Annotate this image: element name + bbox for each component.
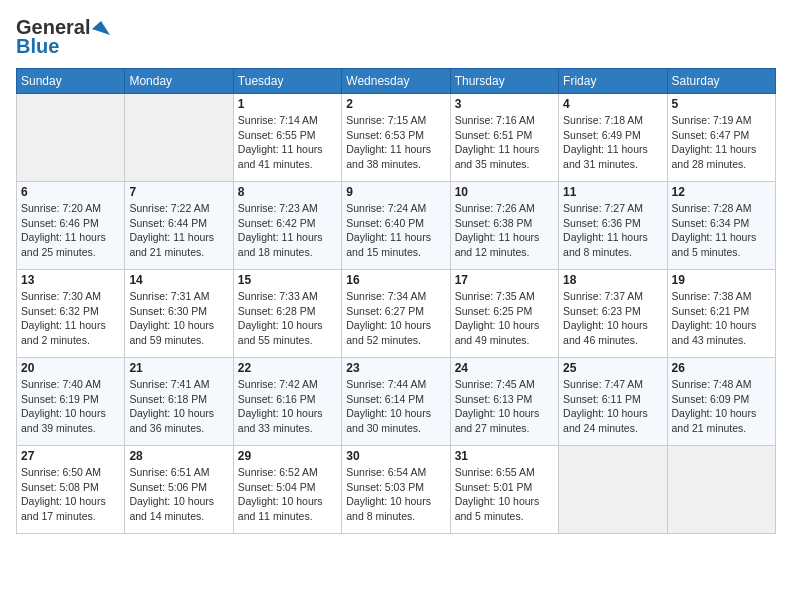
weekday-header-friday: Friday (559, 69, 667, 94)
calendar-day-8: 8Sunrise: 7:23 AM Sunset: 6:42 PM Daylig… (233, 182, 341, 270)
weekday-header-sunday: Sunday (17, 69, 125, 94)
calendar-week-row: 13Sunrise: 7:30 AM Sunset: 6:32 PM Dayli… (17, 270, 776, 358)
day-number: 19 (672, 273, 771, 287)
day-number: 2 (346, 97, 445, 111)
day-number: 15 (238, 273, 337, 287)
day-number: 6 (21, 185, 120, 199)
calendar-day-25: 25Sunrise: 7:47 AM Sunset: 6:11 PM Dayli… (559, 358, 667, 446)
calendar-day-26: 26Sunrise: 7:48 AM Sunset: 6:09 PM Dayli… (667, 358, 775, 446)
calendar-day-7: 7Sunrise: 7:22 AM Sunset: 6:44 PM Daylig… (125, 182, 233, 270)
day-number: 29 (238, 449, 337, 463)
day-info: Sunrise: 7:18 AM Sunset: 6:49 PM Dayligh… (563, 113, 662, 172)
day-number: 1 (238, 97, 337, 111)
calendar-day-23: 23Sunrise: 7:44 AM Sunset: 6:14 PM Dayli… (342, 358, 450, 446)
day-info: Sunrise: 7:34 AM Sunset: 6:27 PM Dayligh… (346, 289, 445, 348)
calendar-day-1: 1Sunrise: 7:14 AM Sunset: 6:55 PM Daylig… (233, 94, 341, 182)
day-number: 20 (21, 361, 120, 375)
day-info: Sunrise: 7:26 AM Sunset: 6:38 PM Dayligh… (455, 201, 554, 260)
calendar-day-18: 18Sunrise: 7:37 AM Sunset: 6:23 PM Dayli… (559, 270, 667, 358)
calendar-day-4: 4Sunrise: 7:18 AM Sunset: 6:49 PM Daylig… (559, 94, 667, 182)
day-number: 3 (455, 97, 554, 111)
calendar-day-27: 27Sunrise: 6:50 AM Sunset: 5:08 PM Dayli… (17, 446, 125, 534)
day-number: 26 (672, 361, 771, 375)
day-info: Sunrise: 7:28 AM Sunset: 6:34 PM Dayligh… (672, 201, 771, 260)
day-number: 30 (346, 449, 445, 463)
day-number: 18 (563, 273, 662, 287)
calendar-day-31: 31Sunrise: 6:55 AM Sunset: 5:01 PM Dayli… (450, 446, 558, 534)
day-info: Sunrise: 7:27 AM Sunset: 6:36 PM Dayligh… (563, 201, 662, 260)
calendar-day-17: 17Sunrise: 7:35 AM Sunset: 6:25 PM Dayli… (450, 270, 558, 358)
day-number: 12 (672, 185, 771, 199)
day-info: Sunrise: 7:38 AM Sunset: 6:21 PM Dayligh… (672, 289, 771, 348)
day-info: Sunrise: 7:20 AM Sunset: 6:46 PM Dayligh… (21, 201, 120, 260)
day-number: 4 (563, 97, 662, 111)
day-info: Sunrise: 7:47 AM Sunset: 6:11 PM Dayligh… (563, 377, 662, 436)
calendar-day-28: 28Sunrise: 6:51 AM Sunset: 5:06 PM Dayli… (125, 446, 233, 534)
calendar-empty-cell (17, 94, 125, 182)
calendar-day-30: 30Sunrise: 6:54 AM Sunset: 5:03 PM Dayli… (342, 446, 450, 534)
day-number: 28 (129, 449, 228, 463)
weekday-header-tuesday: Tuesday (233, 69, 341, 94)
weekday-header-thursday: Thursday (450, 69, 558, 94)
svg-marker-0 (92, 21, 110, 35)
calendar-day-3: 3Sunrise: 7:16 AM Sunset: 6:51 PM Daylig… (450, 94, 558, 182)
calendar-header-row: SundayMondayTuesdayWednesdayThursdayFrid… (17, 69, 776, 94)
day-info: Sunrise: 7:15 AM Sunset: 6:53 PM Dayligh… (346, 113, 445, 172)
day-number: 5 (672, 97, 771, 111)
day-info: Sunrise: 7:30 AM Sunset: 6:32 PM Dayligh… (21, 289, 120, 348)
day-info: Sunrise: 7:35 AM Sunset: 6:25 PM Dayligh… (455, 289, 554, 348)
day-info: Sunrise: 6:50 AM Sunset: 5:08 PM Dayligh… (21, 465, 120, 524)
day-info: Sunrise: 7:45 AM Sunset: 6:13 PM Dayligh… (455, 377, 554, 436)
day-number: 7 (129, 185, 228, 199)
day-info: Sunrise: 7:42 AM Sunset: 6:16 PM Dayligh… (238, 377, 337, 436)
page-header: General Blue (16, 16, 776, 58)
calendar-day-20: 20Sunrise: 7:40 AM Sunset: 6:19 PM Dayli… (17, 358, 125, 446)
day-info: Sunrise: 7:31 AM Sunset: 6:30 PM Dayligh… (129, 289, 228, 348)
weekday-header-monday: Monday (125, 69, 233, 94)
day-number: 23 (346, 361, 445, 375)
calendar-day-15: 15Sunrise: 7:33 AM Sunset: 6:28 PM Dayli… (233, 270, 341, 358)
calendar-day-19: 19Sunrise: 7:38 AM Sunset: 6:21 PM Dayli… (667, 270, 775, 358)
day-info: Sunrise: 7:40 AM Sunset: 6:19 PM Dayligh… (21, 377, 120, 436)
day-number: 25 (563, 361, 662, 375)
calendar-day-13: 13Sunrise: 7:30 AM Sunset: 6:32 PM Dayli… (17, 270, 125, 358)
calendar-week-row: 27Sunrise: 6:50 AM Sunset: 5:08 PM Dayli… (17, 446, 776, 534)
day-number: 16 (346, 273, 445, 287)
calendar-day-5: 5Sunrise: 7:19 AM Sunset: 6:47 PM Daylig… (667, 94, 775, 182)
day-info: Sunrise: 7:16 AM Sunset: 6:51 PM Dayligh… (455, 113, 554, 172)
calendar-day-14: 14Sunrise: 7:31 AM Sunset: 6:30 PM Dayli… (125, 270, 233, 358)
calendar-day-16: 16Sunrise: 7:34 AM Sunset: 6:27 PM Dayli… (342, 270, 450, 358)
day-number: 21 (129, 361, 228, 375)
day-number: 31 (455, 449, 554, 463)
logo-bird-icon (92, 19, 110, 37)
day-info: Sunrise: 7:23 AM Sunset: 6:42 PM Dayligh… (238, 201, 337, 260)
day-info: Sunrise: 7:33 AM Sunset: 6:28 PM Dayligh… (238, 289, 337, 348)
calendar-day-6: 6Sunrise: 7:20 AM Sunset: 6:46 PM Daylig… (17, 182, 125, 270)
calendar-day-22: 22Sunrise: 7:42 AM Sunset: 6:16 PM Dayli… (233, 358, 341, 446)
day-number: 22 (238, 361, 337, 375)
day-info: Sunrise: 7:14 AM Sunset: 6:55 PM Dayligh… (238, 113, 337, 172)
weekday-header-wednesday: Wednesday (342, 69, 450, 94)
calendar-day-9: 9Sunrise: 7:24 AM Sunset: 6:40 PM Daylig… (342, 182, 450, 270)
calendar-day-29: 29Sunrise: 6:52 AM Sunset: 5:04 PM Dayli… (233, 446, 341, 534)
day-number: 9 (346, 185, 445, 199)
day-info: Sunrise: 7:37 AM Sunset: 6:23 PM Dayligh… (563, 289, 662, 348)
day-number: 17 (455, 273, 554, 287)
day-number: 14 (129, 273, 228, 287)
day-number: 13 (21, 273, 120, 287)
day-number: 11 (563, 185, 662, 199)
calendar-day-11: 11Sunrise: 7:27 AM Sunset: 6:36 PM Dayli… (559, 182, 667, 270)
day-info: Sunrise: 6:51 AM Sunset: 5:06 PM Dayligh… (129, 465, 228, 524)
day-info: Sunrise: 7:48 AM Sunset: 6:09 PM Dayligh… (672, 377, 771, 436)
day-number: 27 (21, 449, 120, 463)
day-info: Sunrise: 7:19 AM Sunset: 6:47 PM Dayligh… (672, 113, 771, 172)
day-info: Sunrise: 7:24 AM Sunset: 6:40 PM Dayligh… (346, 201, 445, 260)
calendar-empty-cell (559, 446, 667, 534)
day-info: Sunrise: 7:44 AM Sunset: 6:14 PM Dayligh… (346, 377, 445, 436)
calendar-week-row: 6Sunrise: 7:20 AM Sunset: 6:46 PM Daylig… (17, 182, 776, 270)
calendar-week-row: 1Sunrise: 7:14 AM Sunset: 6:55 PM Daylig… (17, 94, 776, 182)
calendar-empty-cell (667, 446, 775, 534)
day-info: Sunrise: 6:52 AM Sunset: 5:04 PM Dayligh… (238, 465, 337, 524)
day-number: 10 (455, 185, 554, 199)
calendar-empty-cell (125, 94, 233, 182)
